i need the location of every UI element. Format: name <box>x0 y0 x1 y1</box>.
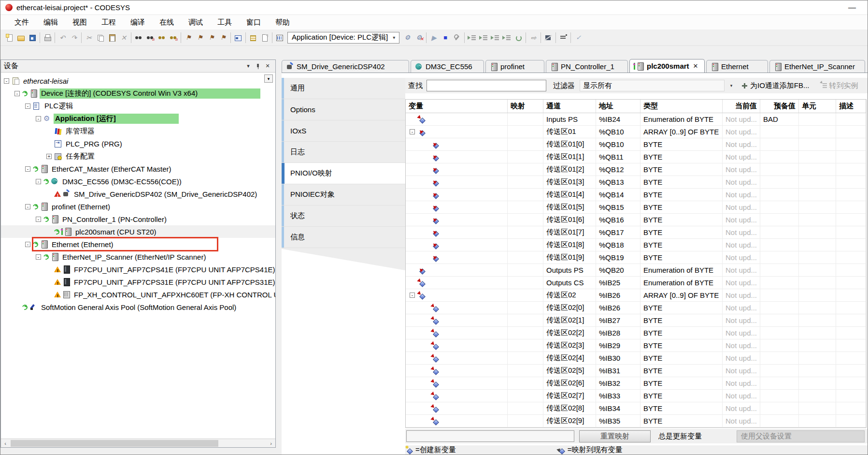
next-statement-button[interactable]: ⇨ <box>527 32 539 44</box>
scroll-left-icon[interactable]: ‹ <box>1 439 10 448</box>
variable-cell[interactable] <box>406 365 508 377</box>
goto-instance-button[interactable]: 转到实例 <box>816 79 862 92</box>
bookmark-prev-button[interactable]: ⚑ <box>194 32 206 44</box>
tree-item-softmotion-axis-pool[interactable]: SoftMotion General Axis Pool (SoftMotion… <box>1 301 275 313</box>
nav-log[interactable]: 日志 <box>282 142 405 163</box>
mapping-cell[interactable] <box>508 365 543 377</box>
column-header[interactable]: 单元 <box>799 100 836 113</box>
variable-cell[interactable] <box>406 339 508 352</box>
tree-dropdown-button[interactable]: ▾ <box>264 74 273 83</box>
io-row-area02-9[interactable]: 传送区02[9] %IB35 BYTE Not upd... <box>406 415 866 427</box>
devices-horizontal-scrollbar[interactable]: ‹ › <box>1 439 275 447</box>
mapping-cell[interactable] <box>508 277 543 289</box>
panel-pin-button[interactable] <box>253 62 263 71</box>
prepared-value-cell[interactable] <box>760 289 799 301</box>
variable-cell[interactable] <box>406 214 508 226</box>
menu-debug[interactable]: 调试 <box>181 16 210 29</box>
tree-item-fp-xh[interactable]: FP_XH_CONTROL_UNIT_AFPXHC60ET (FP-XH CON… <box>1 288 275 301</box>
prepared-value-cell[interactable] <box>760 365 799 377</box>
prepared-value-cell[interactable] <box>760 138 799 150</box>
open-file-button[interactable] <box>15 32 27 44</box>
expand-toggle[interactable]: - <box>36 254 41 260</box>
expand-toggle[interactable]: - <box>25 166 30 172</box>
tab-ethernet[interactable]: Ethernet <box>706 60 768 73</box>
save-button[interactable] <box>27 32 38 44</box>
expand-toggle[interactable]: - <box>36 217 41 222</box>
new-object-button[interactable] <box>247 32 259 44</box>
column-header[interactable]: 描述 <box>836 100 866 113</box>
close-icon[interactable]: ✕ <box>693 62 698 70</box>
io-row-area02-0[interactable]: 传送区02[0] %IB26 BYTE Not upd... <box>406 302 866 314</box>
io-row-inputs-ps[interactable]: Inputs PS %IB24 Enumeration of BYTE Not … <box>406 113 866 126</box>
prepared-value-cell[interactable] <box>760 151 799 163</box>
tree-item-project-root[interactable]: - ethercat-leisai <box>1 74 275 87</box>
login-button[interactable] <box>401 32 413 44</box>
io-row-area02-4[interactable]: 传送区02[4] %IB30 BYTE Not upd... <box>406 352 866 365</box>
column-header[interactable]: 预备值 <box>760 100 799 113</box>
prepared-value-cell[interactable] <box>760 390 799 402</box>
panel-dropdown-button[interactable]: ▾ <box>243 62 253 71</box>
nav-pnio-io-mapping[interactable]: PNIOI/O映射 <box>282 163 405 184</box>
mapping-cell[interactable] <box>508 352 543 364</box>
expand-toggle[interactable]: - <box>36 116 41 121</box>
mapping-cell[interactable] <box>508 289 543 301</box>
minimize-button[interactable]: — <box>841 3 863 12</box>
variable-cell[interactable] <box>406 277 508 289</box>
nav-options[interactable]: Options <box>282 99 405 120</box>
nav-general[interactable]: 通用 <box>282 78 405 99</box>
expand-toggle[interactable]: - <box>25 242 30 247</box>
expand-toggle[interactable]: - <box>36 179 41 184</box>
tree-item-task-config[interactable]: + 任务配置 <box>1 150 275 162</box>
prepared-value-cell[interactable] <box>760 277 799 289</box>
expand-toggle[interactable]: - <box>410 129 415 134</box>
print-button[interactable] <box>42 32 53 44</box>
mapping-cell[interactable] <box>508 226 543 238</box>
tree-item-plc-prg[interactable]: PLC_PRG (PRG) <box>1 137 275 150</box>
io-row-area02-8[interactable]: 传送区02[8] %IB34 BYTE Not upd... <box>406 402 866 415</box>
io-row-area02-2[interactable]: 传送区02[2] %IB28 BYTE Not upd... <box>406 327 866 339</box>
scrollbar-thumb[interactable] <box>11 440 218 447</box>
variable-cell[interactable] <box>406 239 508 251</box>
mapping-cell[interactable] <box>508 251 543 264</box>
prepared-value-cell[interactable] <box>760 302 799 314</box>
tab-ethernet-ip-scanner[interactable]: EtherNet_IP_Scanner <box>769 60 865 73</box>
expand-toggle[interactable]: - <box>4 78 9 84</box>
separator[interactable] <box>229 32 232 44</box>
prepared-value-cell[interactable] <box>760 251 799 264</box>
prepared-value-cell[interactable] <box>760 201 799 213</box>
bookmark-toggle-button[interactable]: ⚑ <box>183 32 194 44</box>
mapping-cell[interactable] <box>508 390 543 402</box>
mapping-cell[interactable] <box>508 314 543 326</box>
variable-cell[interactable] <box>406 302 508 314</box>
io-row-area01-1[interactable]: 传送区01[1] %QB11 BYTE Not upd... <box>406 151 866 163</box>
variable-cell[interactable] <box>406 251 508 264</box>
expand-toggle[interactable]: - <box>25 103 30 109</box>
prepared-value-cell[interactable] <box>760 314 799 326</box>
find-objects-button[interactable] <box>156 32 168 44</box>
separator[interactable] <box>80 32 83 44</box>
expand-toggle[interactable]: - <box>14 91 20 96</box>
tab-plc200smart[interactable]: plc200smart ✕ <box>629 59 705 73</box>
variable-cell[interactable] <box>406 151 508 163</box>
nav-pnio-iec-objects[interactable]: PNIOIEC对象 <box>282 184 405 205</box>
display-mode-button[interactable] <box>557 32 569 44</box>
variable-cell[interactable] <box>406 327 508 339</box>
mapping-cell[interactable] <box>508 201 543 213</box>
io-row-area01-5[interactable]: 传送区01[5] %QB15 BYTE Not upd... <box>406 201 866 214</box>
new-file-button[interactable] <box>3 32 15 44</box>
mapping-cell[interactable] <box>508 126 543 138</box>
prepared-value-cell[interactable] <box>760 402 799 414</box>
variable-cell[interactable] <box>406 163 508 176</box>
prepared-value-cell[interactable] <box>760 189 799 201</box>
build-button[interactable] <box>274 32 285 44</box>
separator[interactable] <box>463 32 466 44</box>
separator[interactable] <box>569 32 572 44</box>
find-button[interactable] <box>133 32 144 44</box>
tab-pn-controller-1[interactable]: PN_Controller_1 <box>546 60 628 73</box>
menu-build[interactable]: 编译 <box>123 16 152 29</box>
menu-window[interactable]: 窗口 <box>239 16 268 29</box>
io-row-area02-3[interactable]: 传送区02[3] %IB29 BYTE Not upd... <box>406 339 866 352</box>
separator[interactable] <box>270 32 274 44</box>
mapping-cell[interactable] <box>508 339 543 352</box>
mapping-cell[interactable] <box>508 415 543 427</box>
